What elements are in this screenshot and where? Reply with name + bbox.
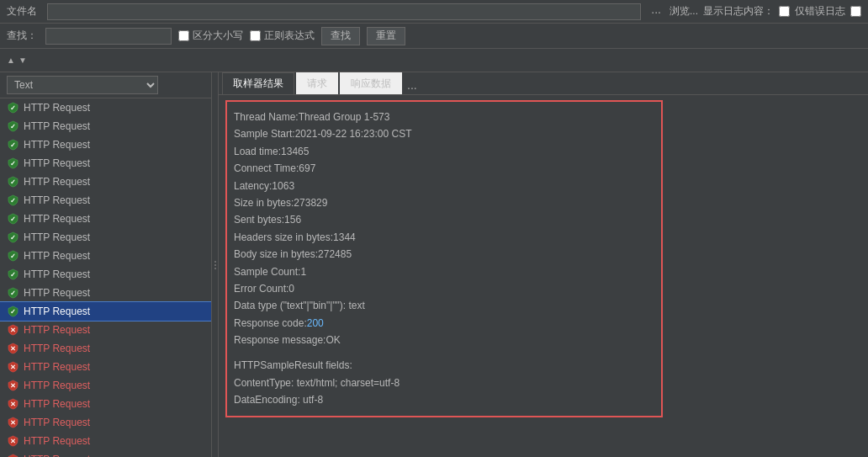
tab-request[interactable]: 请求 xyxy=(296,72,338,94)
list-item[interactable]: ✓HTTP Request xyxy=(0,136,211,154)
list-item[interactable]: ✓HTTP Request xyxy=(0,173,211,191)
svg-text:✓: ✓ xyxy=(10,178,16,186)
svg-text:✓: ✓ xyxy=(10,104,16,112)
shield-icon: ✓ xyxy=(7,139,19,151)
content-type-line: ContentType: text/html; charset=utf-8 xyxy=(234,375,654,391)
up-arrow-button[interactable]: ▲ xyxy=(5,56,17,65)
list-item[interactable]: ✓HTTP Request xyxy=(0,265,211,284)
left-panel-header: Text xyxy=(0,72,211,98)
drag-handle[interactable] xyxy=(212,72,219,457)
load-time-line: Load time:13465 xyxy=(234,143,654,160)
svg-text:✕: ✕ xyxy=(10,345,16,353)
list-item[interactable]: ✕HTTP Request xyxy=(0,321,211,339)
ellipsis-button[interactable]: ··· xyxy=(648,5,664,19)
shield-icon: ✓ xyxy=(7,120,19,132)
shield-icon: ✕ xyxy=(7,324,19,336)
list-item-label: HTTP Request xyxy=(24,268,90,280)
case-sensitive-checkbox[interactable] xyxy=(178,30,189,41)
svg-text:✕: ✕ xyxy=(10,419,16,427)
sample-start-line: Sample Start:2021-09-22 16:23:00 CST xyxy=(234,125,654,142)
shield-icon: ✕ xyxy=(7,380,19,391)
show-log-checkbox[interactable] xyxy=(779,6,790,17)
tabs-ellipsis-button[interactable]: ··· xyxy=(404,81,421,94)
list-item[interactable]: ✓HTTP Request xyxy=(0,247,211,265)
list-item[interactable]: ✕HTTP Request xyxy=(0,358,211,376)
error-count-line: Error Count:0 xyxy=(234,280,654,297)
list-item[interactable]: ✓HTTP Request xyxy=(0,302,211,321)
list-item[interactable]: ✕HTTP Request xyxy=(0,432,211,450)
list-item[interactable]: ✕HTTP Request xyxy=(0,413,211,432)
list-item[interactable]: ✓HTTP Request xyxy=(0,210,211,228)
list-item-label: HTTP Request xyxy=(24,194,90,206)
list-item-label: HTTP Request xyxy=(24,176,90,188)
svg-text:✓: ✓ xyxy=(10,160,16,167)
find-button[interactable]: 查找 xyxy=(321,27,360,45)
list-item[interactable]: ✕HTTP Request xyxy=(0,450,211,457)
list-item-label: HTTP Request xyxy=(24,380,90,391)
list-item[interactable]: ✕HTTP Request xyxy=(0,395,211,413)
svg-text:✓: ✓ xyxy=(10,252,16,260)
shield-icon: ✓ xyxy=(7,102,19,114)
file-input[interactable] xyxy=(47,3,641,20)
list-item-label: HTTP Request xyxy=(24,139,90,151)
list-item-label: HTTP Request xyxy=(24,213,90,225)
error-log-label: 仅错误日志 xyxy=(795,4,845,19)
sub-toolbar: ▲ ▼ xyxy=(0,49,868,72)
search-bar: 查找： 区分大小写 正则表达式 查找 重置 xyxy=(0,24,868,49)
list-item[interactable]: ✕HTTP Request xyxy=(0,339,211,358)
error-log-checkbox[interactable] xyxy=(850,6,861,17)
list-item[interactable]: ✓HTTP Request xyxy=(0,191,211,210)
regex-checkbox[interactable] xyxy=(250,30,261,41)
reset-button[interactable]: 重置 xyxy=(367,27,405,45)
response-message-line: Response message:OK xyxy=(234,332,654,348)
list-item[interactable]: ✓HTTP Request xyxy=(0,154,211,173)
headers-size-line: Headers size in bytes:1344 xyxy=(234,229,654,246)
tabs-bar: 取样器结果请求响应数据··· xyxy=(219,72,868,95)
response-code-value: 200 xyxy=(307,317,324,329)
shield-icon: ✕ xyxy=(7,417,19,428)
list-item[interactable]: ✓HTTP Request xyxy=(0,98,211,117)
svg-text:✕: ✕ xyxy=(10,327,16,334)
tab-response[interactable]: 响应数据 xyxy=(340,72,402,94)
search-input[interactable] xyxy=(45,28,172,45)
response-code-label: Response code: xyxy=(234,317,307,329)
shield-icon: ✓ xyxy=(7,250,19,262)
shield-icon: ✕ xyxy=(7,435,19,447)
list-item[interactable]: ✕HTTP Request xyxy=(0,376,211,395)
list-item[interactable]: ✓HTTP Request xyxy=(0,228,211,247)
result-box: Thread Name:Thread Group 1-573 Sample St… xyxy=(225,100,663,417)
shield-icon: ✓ xyxy=(7,176,19,188)
filter-dropdown[interactable]: Text xyxy=(7,76,158,94)
tab-sampler[interactable]: 取样器结果 xyxy=(222,72,294,94)
down-arrow-button[interactable]: ▼ xyxy=(17,56,29,65)
shield-icon: ✓ xyxy=(7,268,19,280)
list-item-label: HTTP Request xyxy=(24,231,90,243)
body-size-line: Body size in bytes:272485 xyxy=(234,246,654,263)
shield-icon: ✓ xyxy=(7,194,19,206)
list-item[interactable]: ✓HTTP Request xyxy=(0,284,211,302)
list-area: ✓HTTP Request✓HTTP Request✓HTTP Request✓… xyxy=(0,98,211,457)
list-item-label: HTTP Request xyxy=(24,306,90,317)
shield-icon: ✓ xyxy=(7,213,19,225)
list-item[interactable]: ✓HTTP Request xyxy=(0,117,211,136)
shield-icon: ✓ xyxy=(7,287,19,299)
response-message-label: Response message: xyxy=(234,334,326,346)
data-type-line: Data type ("text"|"bin"|""): text xyxy=(234,297,654,314)
svg-text:✓: ✓ xyxy=(10,290,16,297)
connect-time-line: Connect Time:697 xyxy=(234,160,654,177)
list-item-label: HTTP Request xyxy=(24,157,90,169)
sent-bytes-line: Sent bytes:156 xyxy=(234,211,654,228)
svg-text:✓: ✓ xyxy=(10,141,16,149)
shield-icon: ✕ xyxy=(7,454,19,457)
list-item-label: HTTP Request xyxy=(24,343,90,354)
drag-dot-2 xyxy=(214,264,216,266)
list-item-label: HTTP Request xyxy=(24,287,90,299)
drag-dot-1 xyxy=(214,261,216,263)
shield-icon: ✕ xyxy=(7,361,19,373)
size-bytes-line: Size in bytes:273829 xyxy=(234,194,654,211)
shield-icon: ✕ xyxy=(7,343,19,354)
svg-text:✓: ✓ xyxy=(10,215,16,223)
top-toolbar: 文件名 ··· 浏览... 显示日志内容： 仅错误日志 xyxy=(0,0,868,24)
list-item-label: HTTP Request xyxy=(24,102,90,114)
search-label: 查找： xyxy=(7,29,37,43)
